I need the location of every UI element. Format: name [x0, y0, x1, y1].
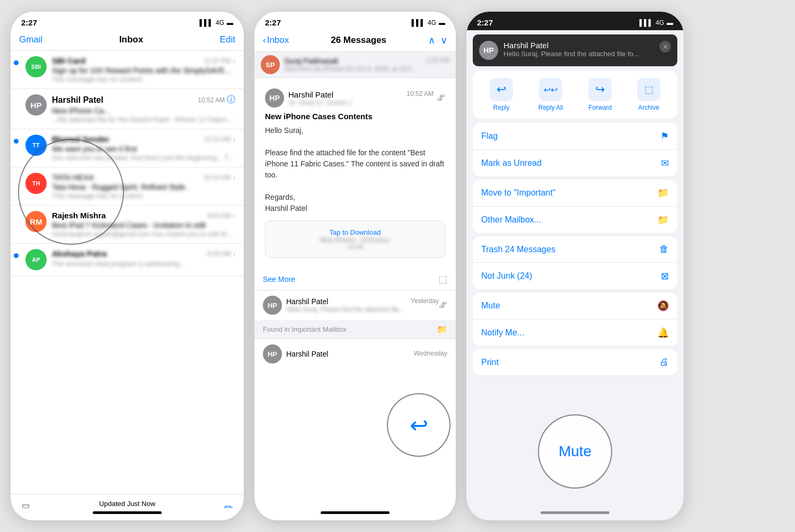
- main-msg-time: 10:52 AM: [407, 90, 434, 99]
- move-important-menu-item[interactable]: Move to "Important" 📁: [473, 180, 677, 207]
- preview-akshaya: The annutual meal program is addressing.…: [52, 260, 235, 268]
- archive-button[interactable]: ⬚ Archive: [637, 78, 660, 111]
- archive-icon: ⬚: [637, 78, 660, 101]
- inbox-title: Inbox: [119, 34, 143, 45]
- third-message-item[interactable]: HP Harshil Patel Wednesday: [254, 339, 456, 369]
- time-rajesh: 9:03 AM: [207, 212, 231, 219]
- menu-section-2: Move to "Important" 📁 Other Mailbox... 📁: [473, 180, 677, 233]
- avatar-sbi: SBI: [25, 56, 47, 77]
- notify-label: Notify Me...: [481, 328, 524, 338]
- chevron-akshaya: ›: [233, 250, 235, 258]
- second-msg-info: Harshil Patel Yesterday Hello Suraj, Ple…: [286, 297, 439, 313]
- email-content-tomtom: Blurred Sender 10:15 AM › We want you to…: [52, 135, 235, 162]
- signal-icon-1: ▌▌▌: [199, 19, 213, 26]
- mark-unread-icon: ✉: [661, 157, 669, 169]
- email-item-akshaya[interactable]: AP Akshaya Patra 8:00 AM › The annutual …: [11, 244, 244, 276]
- home-indicator-2: [321, 511, 390, 514]
- not-junk-label: Not Junk (24): [481, 271, 532, 281]
- attachment-name: Best iPhone - 2019.docx: [273, 236, 437, 244]
- phone-panel-3: 2:27 ▌▌▌ 4G ▬ HP Harshil Patel Hello Sur…: [466, 12, 684, 520]
- trash-icon: 🗑: [659, 244, 669, 255]
- reply-all-button[interactable]: ↩↩ Reply All: [538, 78, 563, 111]
- unread-indicator: [14, 60, 19, 65]
- status-bar-3: 2:27 ▌▌▌ 4G ▬: [466, 12, 684, 30]
- chevron-sbi: ›: [233, 57, 235, 65]
- forward-icon: ↪: [588, 78, 612, 101]
- email-item-harshil[interactable]: HP Harshil Patel 10:52 AM ⓘ New iPhone C…: [11, 89, 244, 129]
- subject-sbi: Sign up for 10X Reward Points with the S…: [52, 66, 235, 75]
- second-message-item[interactable]: HP Harshil Patel Yesterday Hello Suraj, …: [254, 290, 456, 320]
- email-preview-card: HP Harshil Patel Hello Suraj, Please fin…: [473, 34, 677, 66]
- print-menu-item[interactable]: Print 🖨: [473, 349, 677, 375]
- chevron-rajesh: ›: [233, 211, 235, 220]
- notify-menu-item[interactable]: Notify Me... 🔔: [473, 320, 677, 346]
- phone-panel-2: 2:27 ▌▌▌ 4G ▬ ‹ Inbox 26 Messages ∧ ∨ SP…: [254, 12, 456, 520]
- trash-menu-item[interactable]: Trash 24 Messages 🗑: [473, 236, 677, 263]
- found-text: Found in Important Mailbox: [263, 325, 347, 333]
- status-bar-1: 2:27 ▌▌▌ 4G ▬: [11, 12, 244, 30]
- mute-menu-item[interactable]: Mute 🔕: [473, 292, 677, 320]
- time-tomtom: 10:15 AM: [204, 136, 231, 143]
- email-item-sbi[interactable]: SBI SBI Card 12:37 PM › Sign up for 10X …: [11, 51, 244, 89]
- main-message-block: HP Harshil Patel 10:52 AM To: Suraj Cc: …: [259, 82, 452, 264]
- preview-rajesh: mishrarajesh.applet@gmail.com has invite…: [52, 230, 235, 238]
- reply-button[interactable]: ↩ Reply: [490, 78, 513, 111]
- main-msg-subject: New iPhone Cases Contents: [265, 112, 445, 121]
- first-msg-sender: Suraj Padmasali: [284, 57, 338, 65]
- third-msg-info: Harshil Patel Wednesday: [286, 350, 447, 358]
- attachment-icon-2: 🖇: [439, 300, 447, 310]
- body-greeting: Hello Suraj,: [265, 125, 445, 136]
- edit-button[interactable]: Edit: [220, 34, 235, 45]
- sender-tomtom: Blurred Sender: [52, 135, 109, 144]
- not-junk-menu-item[interactable]: Not Junk (24) ⊠: [473, 263, 677, 289]
- forward-button[interactable]: ↪ Forward: [588, 78, 612, 111]
- email-item-tata[interactable]: TH TATA HEXA 10:15 AM › Tata Hexa - Rugg…: [11, 167, 244, 206]
- avatar-second: HP: [263, 296, 282, 315]
- other-mailbox-menu-item[interactable]: Other Mailbox... 📁: [473, 207, 677, 233]
- attachment-indicator: 🖇: [437, 93, 445, 103]
- avatar-main: HP: [265, 88, 284, 108]
- mute-label: Mute: [481, 301, 500, 311]
- email-content-sbi: SBI Card 12:37 PM › Sign up for 10X Rewa…: [52, 56, 235, 83]
- avatar-tomtom: TT: [25, 135, 47, 156]
- gmail-back-button[interactable]: Gmail: [19, 34, 42, 45]
- inbox-back-button[interactable]: ‹ Inbox: [263, 35, 289, 46]
- mute-icon: 🔕: [657, 300, 669, 312]
- avatar-third: HP: [263, 344, 282, 363]
- archive-icon-thread[interactable]: ⬚: [438, 273, 447, 285]
- archive-label: Archive: [638, 104, 659, 111]
- preview-content: Harshil Patel Hello Suraj, Please find t…: [504, 41, 659, 58]
- next-arrow[interactable]: ∨: [440, 34, 447, 46]
- thread-arrows: ∧ ∨: [428, 34, 447, 46]
- sender-sbi: SBI Card: [52, 56, 85, 65]
- attachment-box[interactable]: Tap to Download Best iPhone - 2019.docx …: [265, 220, 445, 258]
- phone-panel-1: 2:27 ▌▌▌ 4G ▬ Gmail Inbox Edit SBI SBI C…: [11, 12, 244, 520]
- print-label: Print: [481, 358, 499, 367]
- avatar-harshil: HP: [25, 94, 47, 116]
- body-regards: Regards,: [265, 192, 445, 203]
- home-indicator-1: [93, 511, 162, 514]
- second-msg-time: Yesterday: [411, 297, 439, 306]
- prev-arrow[interactable]: ∧: [428, 34, 435, 46]
- email-item-rajesh[interactable]: RM Rajesh Mishra 9:03 AM › Best iPad 7 K…: [11, 206, 244, 244]
- time-tata: 10:15 AM: [204, 174, 231, 181]
- back-label: Inbox: [267, 35, 289, 46]
- preview-text: Hello Suraj, Please find the attached fi…: [504, 50, 659, 58]
- forward-label: Forward: [588, 104, 612, 111]
- see-more-link[interactable]: See More: [263, 275, 295, 283]
- signal-icon-2: ▌▌▌: [411, 19, 425, 26]
- main-msg-to: To: Suraj Cc: Suresh 1: [288, 99, 434, 107]
- subject-rajesh: Best iPad 7 Kickstand Cases - Invitation…: [52, 221, 235, 229]
- email-item-tomtom[interactable]: TT Blurred Sender 10:15 AM › We want you…: [11, 129, 244, 167]
- preview-close-button[interactable]: ✕: [659, 41, 671, 52]
- thread-title: 26 Messages: [331, 35, 386, 46]
- reply-icon-large: ↩: [410, 412, 428, 438]
- flag-menu-item[interactable]: Flag ⚑: [473, 123, 677, 150]
- preview-harshil: ...the attached file for the Harshil Pat…: [52, 116, 235, 123]
- unread-indicator-3: [14, 253, 19, 258]
- network-icon-1: 4G: [216, 19, 224, 26]
- action-buttons-row: ↩ Reply ↩↩ Reply All ↪ Forward ⬚ Archive: [473, 70, 677, 119]
- chevron-tomtom: ›: [233, 135, 235, 144]
- time-sbi: 12:37 PM: [204, 57, 231, 65]
- mark-unread-menu-item[interactable]: Mark as Unread ✉: [473, 150, 677, 176]
